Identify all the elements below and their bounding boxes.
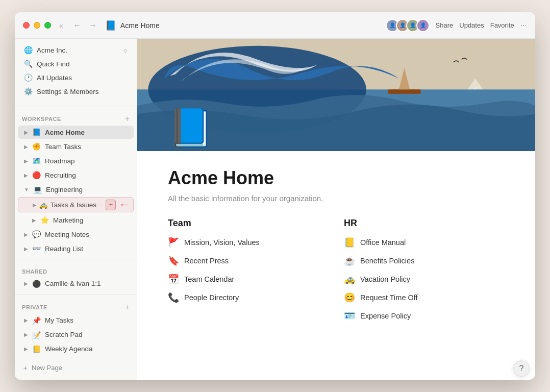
minimize-button[interactable] [34, 22, 40, 29]
smile-icon: 😊 [344, 292, 355, 303]
team-calendar-link[interactable]: 📅 Team Calendar [168, 273, 329, 286]
acme-home-arrow: ▶ [24, 130, 28, 135]
sidebar-item-scratch-pad[interactable]: ▶ 📝 Scratch Pad [18, 328, 134, 341]
engineering-arrow: ▼ [24, 187, 29, 192]
recruiting-label: Recruiting [45, 172, 128, 179]
all-updates-item[interactable]: 🕐 All Updates [18, 71, 134, 84]
page-subtitle: All the basic information for your organ… [168, 194, 505, 203]
team-calendar-label: Team Calendar [184, 275, 234, 283]
sidebar-item-marketing[interactable]: ▶ ⭐ Marketing [18, 213, 134, 227]
sidebar-item-team-tasks[interactable]: ▶ ✊ Team Tasks [18, 140, 134, 153]
calendar-icon: 📅 [168, 274, 179, 285]
sidebar-item-weekly-agenda[interactable]: ▶ 📒 Weekly Agenda [18, 342, 134, 356]
meeting-notes-label: Meeting Notes [45, 231, 128, 238]
phone-icon: 📞 [168, 292, 179, 303]
titlebar-center: 📘 Acme Home [105, 20, 386, 31]
vacation-policy-label: Vacation Policy [360, 275, 410, 283]
sidebar-item-my-tasks[interactable]: ▶ 📌 My Tasks [18, 314, 134, 327]
reading-list-arrow: ▶ [24, 246, 28, 252]
sidebar-top: 🌐 Acme Inc. ◇ 🔍 Quick Find 🕐 All Updates… [15, 39, 137, 103]
workspace-section-label: WORKSPACE [22, 116, 61, 122]
workspace-section-header: WORKSPACE + [15, 109, 137, 125]
new-page-label: New Page [32, 364, 62, 372]
vacation-policy-link[interactable]: 🚕 Vacation Policy [344, 273, 505, 286]
roadmap-label: Roadmap [45, 157, 128, 165]
content-area: 📘 Acme Home All the basic information fo… [137, 39, 535, 380]
speech-icon: 💬 [32, 230, 41, 238]
new-page-button[interactable]: ＋ New Page [15, 360, 137, 376]
workspace-name-item[interactable]: 🌐 Acme Inc. ◇ [18, 43, 134, 57]
sidebar-item-acme-home[interactable]: ▶ 📘 Acme Home [18, 126, 134, 139]
expense-policy-label: Expense Policy [360, 312, 411, 320]
sidebar-item-reading-list[interactable]: ▶ 👓 Reading List [18, 242, 134, 255]
people-directory-link[interactable]: 📞 People Directory [168, 291, 329, 304]
notepad-icon: 📝 [32, 331, 41, 339]
close-button[interactable] [23, 22, 30, 29]
favorite-button[interactable]: Favorite [490, 21, 514, 29]
arrow-indicator: ← [119, 199, 130, 210]
forward-button[interactable]: → [87, 20, 99, 31]
all-updates-label: All Updates [37, 74, 128, 82]
clock-icon: 🕐 [24, 74, 33, 82]
request-time-off-link[interactable]: 😊 Request Time Off [344, 291, 505, 304]
page-icon-large: 📘 [168, 109, 214, 146]
avatar-4: 👤 [416, 19, 430, 32]
sidebar-item-engineering[interactable]: ▼ 💻 Engineering [18, 183, 134, 196]
glasses-icon: 👓 [32, 244, 41, 253]
fullscreen-button[interactable] [44, 22, 51, 29]
quick-find-label: Quick Find [37, 60, 128, 68]
sidebar-item-camille-ivan[interactable]: ▶ ⚫ Camille & Ivan 1:1 [18, 277, 134, 290]
search-icon: 🔍 [24, 60, 33, 68]
scratch-pad-arrow: ▶ [24, 332, 28, 337]
bookmark-icon: 🔖 [168, 255, 179, 266]
recent-press-label: Recent Press [184, 257, 229, 265]
office-manual-label: Office Manual [360, 238, 406, 247]
pin-icon: 📌 [32, 316, 41, 325]
expense-policy-link[interactable]: 🪪 Expense Policy [344, 309, 505, 323]
more-options-button[interactable]: ··· [520, 21, 527, 30]
settings-item[interactable]: ⚙️ Settings & Members [18, 85, 134, 98]
office-manual-link[interactable]: 📒 Office Manual [344, 236, 505, 249]
workspace-add-button[interactable]: + [125, 115, 130, 123]
hr-column: HR 📒 Office Manual ☕ Benefits Policies [344, 218, 505, 323]
avatar-group: 👤 👤 👤 👤 [386, 19, 430, 32]
share-button[interactable]: Share [436, 21, 454, 29]
marketing-label: Marketing [53, 216, 128, 224]
team-tasks-arrow: ▶ [24, 144, 28, 150]
reading-list-label: Reading List [45, 245, 128, 253]
taxi-icon: 🚕 [39, 201, 47, 209]
collapse-sidebar-button[interactable]: « [59, 21, 63, 30]
sidebar: 🌐 Acme Inc. ◇ 🔍 Quick Find 🕐 All Updates… [15, 39, 137, 380]
page-title: Acme Home [168, 167, 505, 189]
sidebar-item-tasks-issues[interactable]: ▶ 🚕 Tasks & Issues ··· + ← [18, 197, 134, 212]
quick-find-item[interactable]: 🔍 Quick Find [18, 57, 134, 70]
engineering-label: Engineering [46, 186, 128, 193]
private-add-button[interactable]: + [125, 303, 130, 311]
recent-press-link[interactable]: 🔖 Recent Press [168, 254, 329, 267]
globe-icon: 🌐 [24, 46, 33, 54]
page-body: Acme Home All the basic information for … [137, 151, 535, 380]
map-icon: 🗺️ [32, 157, 41, 165]
team-column: Team 🚩 Mission, Vision, Values 🔖 Recent … [168, 218, 329, 323]
back-button[interactable]: ← [71, 20, 84, 31]
weekly-agenda-arrow: ▶ [24, 346, 28, 352]
private-section-label: PRIVATE [22, 304, 47, 310]
sidebar-item-roadmap[interactable]: ▶ 🗺️ Roadmap [18, 154, 134, 167]
titlebar-page-icon: 📘 [105, 20, 116, 31]
red-circle-icon: 🔴 [32, 171, 41, 179]
tasks-add-button[interactable]: + [106, 200, 116, 210]
mission-label: Mission, Vision, Values [184, 238, 260, 247]
tasks-more-dots[interactable]: ··· [98, 201, 104, 208]
help-button[interactable]: ? [513, 360, 530, 377]
nav-buttons: ← → [71, 20, 99, 31]
mission-link[interactable]: 🚩 Mission, Vision, Values [168, 236, 329, 249]
my-tasks-label: My Tasks [45, 316, 128, 324]
taxi-policy-icon: 🚕 [344, 274, 355, 285]
updates-button[interactable]: Updates [459, 21, 484, 29]
svg-rect-5 [388, 89, 421, 94]
workspace-name: Acme Inc. [37, 46, 119, 54]
sidebar-item-meeting-notes[interactable]: ▶ 💬 Meeting Notes [18, 228, 134, 241]
benefits-link[interactable]: ☕ Benefits Policies [344, 254, 505, 267]
sidebar-item-recruiting[interactable]: ▶ 🔴 Recruiting [18, 168, 134, 182]
orange-book-icon: 📒 [344, 237, 355, 248]
